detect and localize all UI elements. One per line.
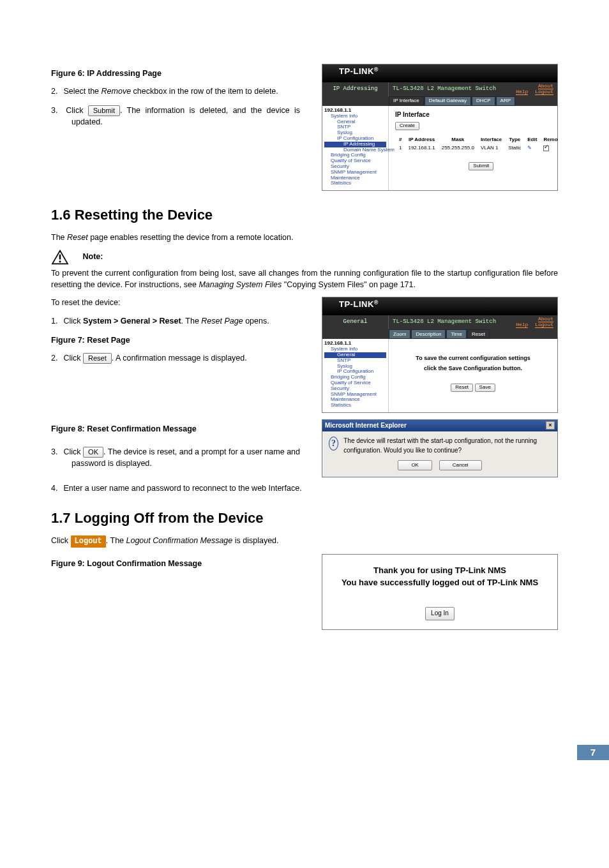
fig9-block: Figure 9: Logout Confirmation Message Th… [51, 554, 558, 629]
section-1-7-heading: 1.7 Logging Off from the Device [51, 508, 558, 528]
dialog-body: ? The device will restart with the start… [322, 431, 557, 460]
note-block: Note: [51, 250, 558, 265]
svg-point-2 [59, 260, 61, 262]
shot7-body: 192.168.1.1 System Info General SNTP Sys… [322, 339, 557, 412]
table-header-row: # IP Address Mask Interface Type Edit Re… [396, 137, 558, 144]
tab-time[interactable]: Time [446, 329, 466, 339]
reset-step4-list: 4. Enter a user name and password to rec… [51, 483, 558, 494]
reset-button-inline[interactable]: Reset [83, 353, 112, 364]
fig8-screenshot: Microsoft Internet Explorer × ? The devi… [322, 419, 558, 477]
submit-button[interactable]: Submit [469, 162, 493, 170]
shot-links: About Help Logout [512, 84, 553, 95]
tree-general[interactable]: General [324, 119, 386, 125]
save-button[interactable]: Save [475, 384, 495, 392]
help-link-2[interactable]: Help [516, 322, 528, 328]
dialog-cancel-button[interactable]: Cancel [439, 460, 482, 470]
tree-sntp[interactable]: SNTP [324, 124, 386, 130]
nav-tree-2: 192.168.1.1 System Info General SNTP Sys… [322, 339, 389, 412]
fig6-screenshot: TP-LINK® IP Addressing TL-SL3428 L2 Mana… [322, 64, 558, 191]
reset-button[interactable]: Reset [451, 384, 473, 392]
tree2-system-info[interactable]: System Info [324, 347, 386, 352]
toreset: To reset the device: [51, 297, 300, 308]
dialog-message: The device will restart with the start-u… [343, 437, 551, 455]
svg-rect-1 [59, 255, 61, 260]
page-number: 7 [577, 745, 609, 760]
tree2-statistics[interactable]: Statistics [324, 403, 386, 408]
sec16-intro: The Reset page enables resetting the dev… [51, 232, 558, 243]
fig7-caption: Figure 7: Reset Page [51, 334, 300, 346]
tab-description[interactable]: Description [411, 329, 446, 339]
tab-dhcp[interactable]: DHCP [472, 96, 495, 106]
page-footer: 7 [51, 719, 558, 735]
logout-link-2[interactable]: Logout [535, 322, 553, 328]
tree-statistics[interactable]: Statistics [324, 181, 386, 186]
tree-system-info[interactable]: System Info [324, 114, 386, 119]
dialog-ok-button[interactable]: OK [398, 460, 432, 470]
tab-default-gateway[interactable]: Default Gateway [425, 96, 471, 106]
fig6-shot: TP-LINK® IP Addressing TL-SL3428 L2 Mana… [322, 64, 558, 191]
panel-heading: IP Interface [395, 111, 558, 118]
fig7-shot: TP-LINK® General TL-SL3428 L2 Management… [322, 297, 558, 413]
step-2: 2. Select the Remove checkbox in the row… [51, 86, 300, 97]
reset-steps: 1. Click System > General > Reset. The R… [51, 315, 300, 327]
fig8-steps: 3. Click OK. The device is reset, and a … [51, 446, 300, 469]
tree2-sntp[interactable]: SNTP [324, 358, 386, 364]
shot-body: 192.168.1.1 System Info General SNTP Sys… [322, 106, 557, 190]
reset-step-2: 2. Click Reset. A confirmation message i… [51, 352, 300, 364]
tab-zoom[interactable]: Zoom [389, 329, 410, 339]
step-3: 3. Click Submit. The information is dele… [51, 105, 300, 128]
shot-header: TP-LINK® [322, 64, 557, 82]
logout-box: Thank you for using TP-Link NMS You have… [322, 554, 558, 629]
tplink-logo: TP-LINK [339, 66, 374, 76]
create-button[interactable]: Create [395, 122, 419, 130]
edit-icon[interactable] [525, 145, 539, 152]
shot-main: IP Interface Create # IP Address Mask In… [389, 106, 558, 190]
remove-checkbox[interactable] [543, 146, 549, 151]
tplink-logo-2: TP-LINK [339, 299, 374, 309]
fig6-steps: 2. Select the Remove checkbox in the row… [51, 86, 300, 128]
reset-step2-list: 2. Click Reset. A confirmation message i… [51, 352, 300, 364]
sec17-intro: Click Logout. The Logout Confirmation Me… [51, 535, 558, 548]
reset-msg-1: To save the current configuration settin… [395, 355, 551, 362]
fig6-caption: Figure 6: IP Addressing Page [51, 68, 300, 79]
fig8-left: Figure 8: Reset Confirmation Message 3. … [51, 419, 300, 477]
close-icon[interactable]: × [546, 421, 555, 430]
fig9-screenshot: Thank you for using TP-Link NMS You have… [322, 554, 558, 629]
fig8-caption: Figure 8: Reset Confirmation Message [51, 423, 300, 435]
warning-icon [51, 250, 69, 265]
shot7-header: TP-LINK® [322, 297, 557, 315]
shot7-links: About Help Logout [512, 317, 553, 328]
help-link[interactable]: Help [516, 89, 528, 95]
tree2-general[interactable]: General [324, 352, 386, 358]
logout-line2: You have successfully logged out of TP-L… [329, 577, 551, 589]
dialog-buttons: OK Cancel [322, 460, 557, 470]
note-label: Note: [82, 252, 103, 261]
reset-step-4: 4. Enter a user name and password to rec… [51, 483, 558, 494]
table-row: 1 192.168.1.1 255.255.255.0 VLAN 1 Stati… [396, 145, 558, 152]
nav-tree: 192.168.1.1 System Info General SNTP Sys… [322, 106, 389, 190]
fig6-left: Figure 6: IP Addressing Page 2. Select t… [51, 64, 300, 136]
shot7-title: TL-SL3428 L2 Management Switch About Hel… [389, 315, 557, 329]
section-1-6-heading: 1.6 Resetting the Device [51, 205, 558, 225]
login-button[interactable]: Log In [425, 607, 455, 620]
reset-msg-2: click the Save Configuration button. [395, 366, 551, 372]
fig7-screenshot: TP-LINK® General TL-SL3428 L2 Management… [322, 297, 558, 413]
remove-cell[interactable] [541, 145, 558, 152]
reset-step-3: 3. Click OK. The device is reset, and a … [51, 446, 300, 469]
tab-arp[interactable]: ARP [496, 96, 515, 106]
logout-button-inline[interactable]: Logout [71, 535, 106, 548]
logout-line1: Thank you for using TP-Link NMS [329, 565, 551, 577]
shot-row2: IP Addressing TL-SL3428 L2 Management Sw… [322, 82, 557, 96]
ok-button-inline[interactable]: OK [83, 447, 103, 458]
ip-table: # IP Address Mask Interface Type Edit Re… [395, 135, 558, 153]
shot-title: TL-SL3428 L2 Management Switch About Hel… [389, 82, 557, 96]
logout-link[interactable]: Logout [535, 89, 553, 95]
shot7-main: To save the current configuration settin… [389, 339, 557, 412]
fig9-left: Figure 9: Logout Confirmation Message [51, 554, 300, 576]
dialog-title: Microsoft Internet Explorer [325, 421, 407, 431]
tab-ip-interface[interactable]: IP Interface [389, 96, 424, 106]
shot7-tabs: Zoom Description Time Reset [389, 329, 557, 339]
tab-reset[interactable]: Reset [467, 329, 490, 339]
note-text: To prevent the current configuration fro… [51, 267, 558, 290]
submit-button-inline[interactable]: Submit [88, 105, 120, 116]
